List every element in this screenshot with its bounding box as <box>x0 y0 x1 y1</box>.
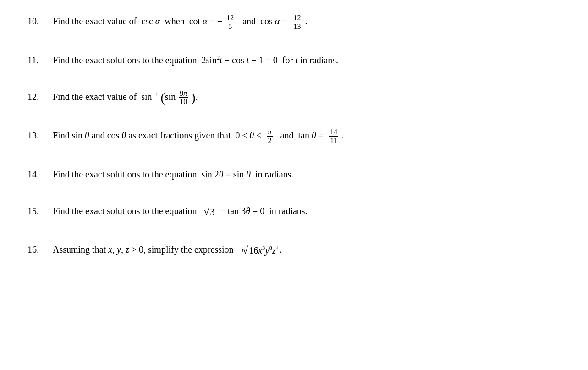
left-paren-12: ( <box>160 90 165 105</box>
fraction-14-11: 14 11 <box>329 128 338 144</box>
problem-number-12: 12. <box>27 89 53 104</box>
problem-12: 12. Find the exact value of sin−1 (sin 9… <box>27 89 561 106</box>
problem-number-14: 14. <box>27 167 53 182</box>
fraction-12-13: 12 13 <box>292 14 302 30</box>
problem-15: 15. Find the exact solutions to the equa… <box>27 204 561 220</box>
problem-content-13: Find sin θ and cos θ as exact fractions … <box>53 128 561 145</box>
problem-13: 13. Find sin θ and cos θ as exact fracti… <box>27 128 561 145</box>
cbrt-expression: 3√16x3y8z4 <box>241 242 280 258</box>
problem-number-15: 15. <box>27 204 53 218</box>
problem-content-14: Find the exact solutions to the equation… <box>53 167 561 182</box>
problem-content-11: Find the exact solutions to the equation… <box>53 53 561 67</box>
problem-16: 16. Assuming that x, y, z > 0, simplify … <box>27 242 561 259</box>
fraction-9pi-10: 9π 10 <box>179 89 188 106</box>
problem-content-16: Assuming that x, y, z > 0, simplify the … <box>53 242 561 259</box>
problem-number-10: 10. <box>27 14 53 28</box>
fraction-12-5: 12 5 <box>225 14 235 30</box>
problem-14: 14. Find the exact solutions to the equa… <box>27 167 561 182</box>
sqrt-3: √3 <box>203 204 215 220</box>
fraction-pi-2: π 2 <box>267 128 273 144</box>
problem-number-13: 13. <box>27 128 53 143</box>
problem-content-12: Find the exact value of sin−1 (sin 9π 10… <box>53 89 561 106</box>
problem-number-11: 11. <box>27 53 53 67</box>
problem-11: 11. Find the exact solutions to the equa… <box>27 53 561 67</box>
problem-content-10: Find the exact value of csc α when cot α… <box>53 14 561 31</box>
problem-number-16: 16. <box>27 242 53 257</box>
problem-10: 10. Find the exact value of csc α when c… <box>27 14 561 31</box>
right-paren-12: ) <box>191 90 195 105</box>
problem-content-15: Find the exact solutions to the equation… <box>53 204 561 220</box>
